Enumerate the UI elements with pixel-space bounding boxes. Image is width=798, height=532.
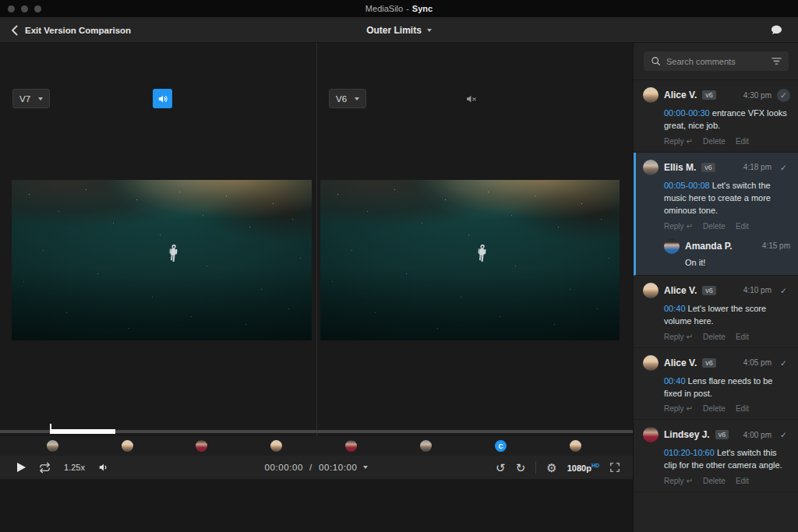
close-window-icon[interactable]: [8, 5, 15, 12]
comment-timecode-link[interactable]: 00:05-00:08: [664, 181, 710, 190]
comment-author: Alice V.: [664, 358, 697, 368]
resolve-check-icon[interactable]: ✓: [777, 89, 790, 102]
return-key-icon: ↵: [687, 222, 693, 231]
delete-action[interactable]: Delete: [703, 137, 726, 146]
resolve-check-icon[interactable]: ✓: [777, 284, 790, 297]
left-version-dropdown[interactable]: V7: [12, 89, 50, 108]
settings-gear-icon[interactable]: ⚙: [546, 462, 556, 474]
minimize-window-icon[interactable]: [21, 5, 28, 12]
comment-body: 010:20-10:60 Let's switch this clip for …: [664, 447, 789, 472]
timeline-comment-marker-ellis[interactable]: [420, 440, 432, 452]
comment-card[interactable]: Ellis M. v6 4:18 pm ✓ 00:05-00:08 Let's …: [634, 153, 798, 276]
window-titlebar: MediaSilo - Sync: [0, 0, 798, 17]
left-audio-on-button[interactable]: [153, 89, 172, 108]
timeline-comment-marker-lindsey[interactable]: [345, 440, 357, 452]
comments-sidebar: Search comments Alice V. v6 4:30 pm ✓ 00…: [633, 43, 798, 532]
version-badge: v6: [702, 90, 716, 100]
comment-body: 00:05-00:08 Let's switch the music here …: [664, 180, 789, 217]
reply-action[interactable]: Reply↵: [664, 477, 693, 485]
delete-action[interactable]: Delete: [703, 333, 726, 341]
right-version-dropdown[interactable]: V6: [329, 89, 366, 108]
edit-action[interactable]: Edit: [736, 333, 749, 341]
version-badge: v6: [701, 163, 715, 172]
comment-timecode-link[interactable]: 00:40: [664, 304, 686, 313]
search-comments-input[interactable]: Search comments: [644, 51, 789, 71]
comment-author: Alice V.: [664, 90, 697, 100]
comment-timecode-link[interactable]: 010:20-10:60: [664, 448, 715, 457]
maximize-window-icon[interactable]: [34, 5, 41, 12]
chevron-down-icon: [38, 97, 43, 100]
resolve-check-icon[interactable]: ✓: [777, 356, 790, 369]
avatar: [643, 160, 659, 175]
delete-action[interactable]: Delete: [703, 477, 726, 485]
player-stage: V7: [0, 43, 633, 532]
panel-divider: [316, 43, 317, 436]
time-separator: /: [309, 463, 312, 472]
avatar: [643, 355, 659, 371]
comment-card[interactable]: Alice V. v6 4:05 pm ✓ 00:40 Lens flare n…: [634, 348, 798, 421]
exit-version-comparison-button[interactable]: Exit Version Comparison: [11, 17, 131, 43]
reply-action[interactable]: Reply↵: [664, 404, 693, 413]
reply-action[interactable]: Reply↵: [664, 333, 693, 341]
timeline-comment-marker-lindsey[interactable]: [196, 440, 207, 452]
timeline-progress-segment[interactable]: [51, 429, 115, 434]
right-audio-muted-button[interactable]: [464, 91, 479, 107]
search-placeholder: Search comments: [666, 57, 766, 66]
delete-action[interactable]: Delete: [703, 404, 726, 413]
playback-speed-button[interactable]: 1.25x: [64, 463, 85, 472]
speaker-muted-icon: [465, 93, 478, 104]
back-label: Exit Version Comparison: [25, 26, 131, 35]
avatar: [643, 87, 659, 103]
edit-action[interactable]: Edit: [736, 404, 749, 413]
comment-time: 4:10 pm: [743, 286, 772, 294]
window-title: MediaSilo - Sync: [365, 4, 433, 13]
project-title-dropdown[interactable]: Outer Limits: [165, 17, 633, 43]
play-button[interactable]: [17, 463, 26, 472]
timeline-comment-marker-current[interactable]: C: [495, 440, 507, 452]
chevron-down-icon: [427, 29, 432, 32]
quality-selector[interactable]: 1080pHD: [567, 463, 599, 473]
comment-author: Ellis M.: [664, 162, 696, 173]
timeline-comment-marker-alice[interactable]: [122, 440, 133, 452]
comment-time: 4:30 pm: [743, 91, 772, 100]
edit-action[interactable]: Edit: [736, 137, 749, 146]
comment-timecode-link[interactable]: 00:00-00:30: [664, 108, 710, 118]
reply-action[interactable]: Reply↵: [664, 222, 693, 231]
master-volume-icon[interactable]: [98, 462, 109, 473]
rotate-cw-icon[interactable]: ↻: [516, 462, 526, 474]
comment-author: Lindsey J.: [664, 429, 710, 440]
edit-action[interactable]: Edit: [736, 222, 749, 231]
filter-icon[interactable]: [772, 57, 782, 65]
loop-icon[interactable]: [39, 462, 51, 474]
rotate-ccw-icon[interactable]: ↺: [496, 462, 506, 474]
comment-author: Alice V.: [664, 285, 697, 296]
timeline-comment-marker-ellis[interactable]: [47, 440, 58, 452]
left-video-frame[interactable]: [12, 180, 312, 340]
comment-timecode-link[interactable]: 00:40: [664, 376, 686, 386]
comment-card[interactable]: Lindsey J. v6 4:00 pm ✓ 010:20-10:60 Let…: [634, 420, 798, 492]
timeline-playhead[interactable]: [50, 424, 51, 434]
delete-action[interactable]: Delete: [703, 222, 726, 231]
edit-action[interactable]: Edit: [736, 477, 749, 485]
comment-card[interactable]: Alice V. v6 4:10 pm ✓ 00:40 Let's lower …: [634, 276, 798, 348]
resolve-check-icon[interactable]: ✓: [777, 428, 790, 442]
reply-action[interactable]: Reply↵: [664, 137, 693, 146]
back-chevron-icon: [11, 25, 18, 36]
avatar: [643, 283, 659, 298]
fullscreen-icon[interactable]: [609, 462, 620, 473]
comments-toggle-icon[interactable]: [771, 25, 782, 36]
timeline-comment-marker-alice[interactable]: [570, 440, 581, 452]
resolve-check-icon[interactable]: ✓: [777, 160, 790, 174]
window-title-app: MediaSilo: [365, 4, 403, 13]
avatar: [643, 427, 659, 442]
astronaut-figure: [475, 244, 488, 266]
comment-card[interactable]: Alice V. v6 4:30 pm ✓ 00:00-00:30 entran…: [634, 80, 798, 153]
speaker-on-icon: [157, 93, 168, 104]
left-version-label: V7: [19, 94, 30, 104]
timeline-comment-marker-alice[interactable]: [270, 440, 282, 452]
right-video-frame[interactable]: [320, 180, 620, 340]
search-icon: [651, 56, 661, 66]
reply-author: Amanda P.: [685, 241, 732, 252]
time-format-dropdown-icon[interactable]: [363, 466, 368, 469]
avatar: [664, 238, 680, 254]
